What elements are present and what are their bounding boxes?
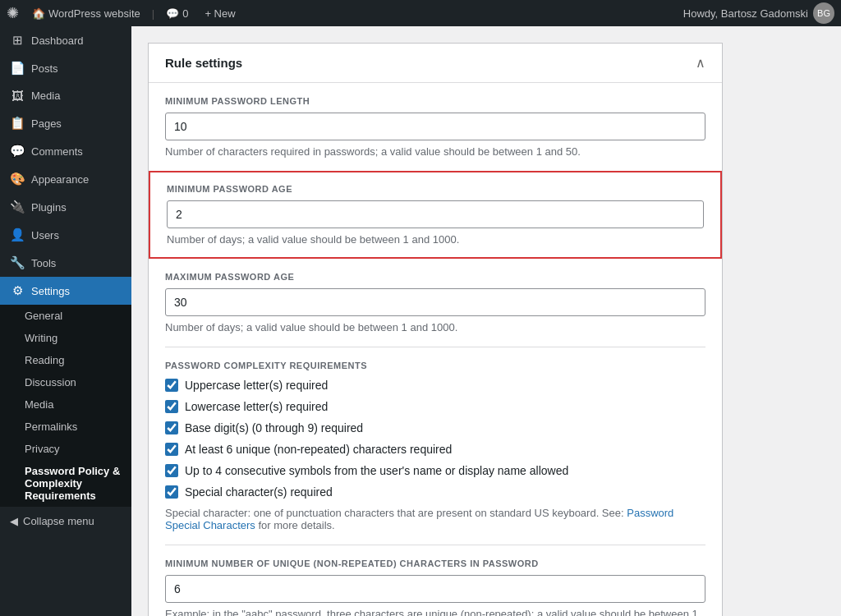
special-label[interactable]: Special character(s) required — [185, 485, 333, 499]
min-password-age-section: MINIMUM PASSWORD AGE Number of days; a v… — [149, 171, 722, 259]
sidebar-item-users[interactable]: 👤 Users — [0, 221, 131, 249]
max-password-age-label: MAXIMUM PASSWORD AGE — [165, 272, 705, 282]
tools-icon: 🔧 — [10, 255, 25, 270]
sidebar-submenu-writing[interactable]: Writing — [0, 327, 131, 349]
consecutive-checkbox[interactable] — [165, 464, 178, 477]
sidebar-submenu-reading[interactable]: Reading — [0, 349, 131, 371]
complexity-label: PASSWORD COMPLEXITY REQUIREMENTS — [165, 361, 705, 370]
sidebar-item-media[interactable]: 🖼 Media — [0, 82, 131, 109]
user-info: Howdy, Bartosz Gadomski BG — [683, 2, 834, 24]
main-content: Rule settings ∧ MINIMUM PASSWORD LENGTH … — [131, 26, 841, 616]
checkbox-consecutive: Up to 4 consecutive symbols from the use… — [165, 464, 705, 477]
complexity-section: PASSWORD COMPLEXITY REQUIREMENTS Upperca… — [149, 347, 722, 545]
min-password-length-label: MINIMUM PASSWORD LENGTH — [165, 96, 705, 106]
max-password-age-input[interactable] — [165, 288, 705, 316]
max-password-age-section: MAXIMUM PASSWORD AGE Number of days; a v… — [149, 259, 722, 347]
min-password-length-input[interactable] — [165, 113, 705, 140]
new-menu[interactable]: + New — [198, 7, 241, 20]
home-icon: 🏠 — [32, 7, 45, 20]
topbar: ✺ 🏠 WordPress website | 💬 0 + New Howdy,… — [0, 0, 841, 26]
sidebar-item-settings[interactable]: ⚙ Settings — [0, 277, 131, 305]
unique-label[interactable]: At least 6 unique (non-repeated) charact… — [185, 443, 452, 456]
layout: ⊞ Dashboard 📄 Posts 🖼 Media 📋 Pages 💬 Co… — [0, 26, 841, 616]
checkbox-special: Special character(s) required — [165, 485, 705, 499]
sidebar-submenu-privacy[interactable]: Privacy — [0, 438, 131, 460]
collapse-icon: ◀ — [10, 515, 18, 527]
rule-settings-header: Rule settings ∧ — [149, 44, 722, 83]
sidebar-submenu-general[interactable]: General — [0, 305, 131, 327]
comments-sidebar-icon: 💬 — [10, 144, 25, 159]
min-unique-help: Example: in the "aabc" password, three c… — [165, 608, 705, 616]
special-char-note: Special character: one of punctuation ch… — [165, 507, 705, 531]
dashboard-icon: ⊞ — [10, 33, 25, 48]
consecutive-label[interactable]: Up to 4 consecutive symbols from the use… — [185, 464, 568, 477]
uppercase-checkbox[interactable] — [165, 379, 178, 392]
sidebar-item-plugins[interactable]: 🔌 Plugins — [0, 193, 131, 221]
media-icon: 🖼 — [10, 89, 25, 103]
sidebar-submenu-media[interactable]: Media — [0, 393, 131, 416]
digits-label[interactable]: Base digit(s) (0 through 9) required — [185, 421, 363, 434]
sidebar-submenu-permalinks[interactable]: Permalinks — [0, 416, 131, 438]
settings-icon: ⚙ — [10, 283, 25, 298]
sidebar-submenu-discussion[interactable]: Discussion — [0, 371, 131, 393]
pages-icon: 📋 — [10, 116, 25, 131]
checkbox-unique: At least 6 unique (non-repeated) charact… — [165, 443, 705, 456]
min-unique-label: MINIMUM NUMBER OF UNIQUE (NON-REPEATED) … — [165, 559, 705, 568]
min-password-length-help: Number of characters required in passwor… — [165, 145, 705, 158]
min-password-age-input[interactable] — [167, 200, 704, 228]
unique-checkbox[interactable] — [165, 443, 178, 456]
comments-icon: 💬 — [166, 7, 179, 20]
min-password-age-help: Number of days; a valid value should be … — [167, 233, 704, 246]
sidebar-item-dashboard[interactable]: ⊞ Dashboard — [0, 26, 131, 54]
rule-settings-title: Rule settings — [165, 56, 242, 70]
digits-checkbox[interactable] — [165, 421, 178, 434]
uppercase-label[interactable]: Uppercase letter(s) required — [185, 379, 328, 392]
appearance-icon: 🎨 — [10, 172, 25, 186]
special-checkbox[interactable] — [165, 485, 178, 499]
checkbox-lowercase: Lowercase letter(s) required — [165, 400, 705, 413]
sidebar-submenu-password-policy[interactable]: Password Policy & Complexity Requirement… — [0, 460, 131, 507]
min-unique-section: MINIMUM NUMBER OF UNIQUE (NON-REPEATED) … — [149, 545, 722, 616]
min-password-age-label: MINIMUM PASSWORD AGE — [167, 184, 704, 194]
min-password-length-section: MINIMUM PASSWORD LENGTH Number of charac… — [149, 83, 722, 171]
min-unique-input[interactable] — [165, 575, 705, 603]
plugins-icon: 🔌 — [10, 200, 25, 214]
site-name-link[interactable]: 🏠 WordPress website — [25, 7, 147, 20]
lowercase-checkbox[interactable] — [165, 400, 178, 413]
posts-icon: 📄 — [10, 61, 25, 76]
users-icon: 👤 — [10, 228, 25, 242]
sidebar-item-comments[interactable]: 💬 Comments — [0, 137, 131, 165]
max-password-age-help: Number of days; a valid value should be … — [165, 321, 705, 333]
sidebar: ⊞ Dashboard 📄 Posts 🖼 Media 📋 Pages 💬 Co… — [0, 26, 131, 616]
sidebar-item-tools[interactable]: 🔧 Tools — [0, 249, 131, 277]
lowercase-label[interactable]: Lowercase letter(s) required — [185, 400, 328, 413]
collapse-menu-button[interactable]: ◀ Collapse menu — [0, 507, 131, 536]
comments-link[interactable]: 💬 0 — [159, 7, 195, 20]
sidebar-item-appearance[interactable]: 🎨 Appearance — [0, 165, 131, 193]
sidebar-item-pages[interactable]: 📋 Pages — [0, 109, 131, 137]
checkbox-uppercase: Uppercase letter(s) required — [165, 379, 705, 392]
avatar: BG — [813, 2, 834, 24]
collapse-section-icon[interactable]: ∧ — [696, 55, 705, 71]
checkbox-digits: Base digit(s) (0 through 9) required — [165, 421, 705, 434]
wp-logo-icon: ✺ — [7, 4, 19, 22]
complexity-checkboxes: Uppercase letter(s) required Lowercase l… — [165, 379, 705, 499]
sidebar-item-posts[interactable]: 📄 Posts — [0, 54, 131, 82]
settings-submenu: General Writing Reading Discussion Media… — [0, 305, 131, 507]
rule-settings-box: Rule settings ∧ MINIMUM PASSWORD LENGTH … — [148, 43, 723, 616]
